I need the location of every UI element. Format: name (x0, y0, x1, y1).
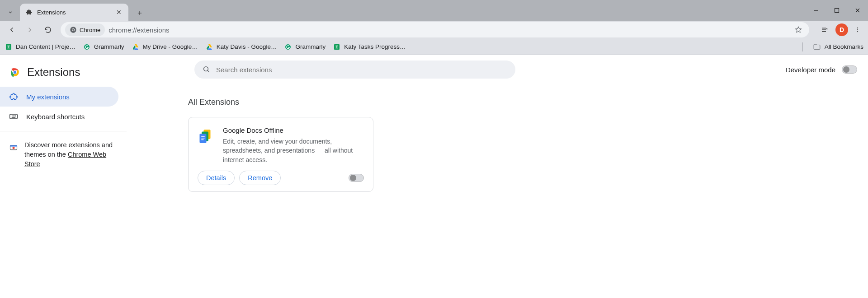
chevron-down-icon (7, 9, 14, 15)
reload-button[interactable] (40, 22, 56, 38)
extensions-page: Extensions My extensions Keyboard shortc… (0, 55, 868, 298)
grammarly-icon (83, 43, 91, 51)
search-extensions-box[interactable] (194, 61, 515, 79)
sidebar-item-label: My extensions (26, 93, 70, 101)
all-bookmarks-label: All Bookmarks (825, 43, 863, 50)
svg-point-5 (857, 29, 858, 30)
svg-point-4 (857, 28, 858, 28)
bookmark-item[interactable]: Katy Davis - Google… (205, 43, 277, 51)
keyboard-icon (9, 112, 18, 121)
bookmark-star-button[interactable] (792, 23, 805, 36)
address-bar[interactable]: Chrome chrome://extensions (61, 22, 809, 37)
bookmark-label: Grammarly (295, 43, 326, 50)
bookmark-item[interactable]: My Drive - Google… (132, 43, 198, 51)
folder-icon (813, 43, 821, 51)
close-window-button[interactable] (847, 0, 868, 21)
chrome-menu-button[interactable] (851, 23, 864, 37)
new-tab-button[interactable] (133, 6, 146, 20)
site-chip-label: Chrome (80, 27, 100, 33)
bookmark-item[interactable]: Grammarly (284, 43, 326, 51)
svg-point-6 (857, 31, 858, 32)
extension-description: Edit, create, and view your documents, s… (223, 137, 364, 164)
back-button[interactable] (4, 22, 20, 38)
section-title: All Extensions (188, 98, 857, 107)
arrow-left-icon (8, 26, 16, 34)
bookmarks-bar: Dan Content | Proje… Grammarly My Drive … (0, 39, 868, 55)
developer-mode-toggle[interactable] (842, 65, 857, 74)
details-button[interactable]: Details (198, 171, 235, 185)
chrome-web-store-promo: Discover more extensions and themes on t… (0, 136, 127, 173)
all-bookmarks-button[interactable]: All Bookmarks (813, 43, 863, 51)
extension-card: Google Docs Offline Edit, create, and vi… (188, 117, 373, 192)
drive-icon (205, 43, 213, 51)
forward-button[interactable] (22, 22, 38, 38)
extension-name: Google Docs Offline (223, 126, 364, 134)
tab-title: Extensions (37, 9, 110, 16)
bookmark-item[interactable]: Grammarly (83, 43, 124, 51)
maximize-button[interactable] (826, 0, 847, 21)
bookmark-item[interactable]: Katy Tasks Progress… (333, 43, 406, 51)
page-title: Extensions (27, 66, 80, 79)
chrome-web-store-icon (9, 142, 18, 151)
bookmark-item[interactable]: Dan Content | Proje… (5, 43, 75, 51)
arrow-right-icon (26, 26, 34, 34)
bookmark-label: Dan Content | Proje… (16, 43, 75, 50)
top-row: Developer mode (127, 61, 857, 79)
sidebar-item-my-extensions[interactable]: My extensions (0, 87, 118, 107)
plus-icon (137, 10, 143, 16)
search-icon (203, 65, 211, 74)
chrome-logo-icon (9, 66, 21, 78)
bookmark-label: Katy Davis - Google… (217, 43, 277, 50)
maximize-icon (834, 8, 840, 13)
main-content: Developer mode All Extensions Google Doc… (127, 55, 868, 298)
side-panel-icon (821, 26, 829, 34)
bookmark-label: Grammarly (94, 43, 124, 50)
minimize-icon (813, 8, 819, 13)
profile-avatar[interactable]: D (835, 23, 848, 36)
tab-close-button[interactable]: ✕ (115, 8, 123, 16)
developer-mode-row: Developer mode (786, 65, 857, 74)
sidebar-divider (0, 131, 127, 131)
search-input[interactable] (216, 66, 507, 74)
developer-mode-label: Developer mode (786, 66, 835, 74)
minimize-button[interactable] (806, 0, 826, 21)
browser-toolbar: Chrome chrome://extensions D (0, 21, 868, 39)
bookmark-label: Katy Tasks Progress… (344, 43, 406, 50)
sidebar-item-keyboard-shortcuts[interactable]: Keyboard shortcuts (0, 107, 118, 126)
site-chip[interactable]: Chrome (65, 23, 105, 36)
browser-titlebar: Extensions ✕ (0, 0, 868, 21)
kebab-icon (854, 26, 861, 34)
close-icon (855, 8, 860, 13)
sidebar-header: Extensions (0, 61, 127, 87)
remove-button[interactable]: Remove (239, 171, 281, 185)
extension-outline-icon (9, 92, 18, 101)
bookmark-label: My Drive - Google… (143, 43, 198, 50)
browser-tab[interactable]: Extensions ✕ (20, 4, 128, 21)
sheets-icon (333, 43, 341, 51)
svg-point-17 (204, 67, 208, 71)
grammarly-icon (284, 43, 292, 51)
side-panel-button[interactable] (816, 22, 833, 38)
google-docs-icon (198, 128, 214, 144)
extension-puzzle-icon (25, 9, 33, 16)
extension-enable-toggle[interactable] (349, 174, 364, 182)
sidebar: Extensions My extensions Keyboard shortc… (0, 55, 127, 298)
svg-point-3 (72, 29, 74, 31)
sheets-icon (5, 43, 13, 51)
chrome-favicon-icon (70, 26, 77, 33)
drive-icon (132, 43, 140, 51)
reload-icon (44, 26, 52, 34)
window-controls (806, 0, 868, 21)
tab-search-button[interactable] (4, 5, 17, 19)
svg-rect-0 (835, 9, 839, 13)
bookmarks-divider (802, 42, 803, 51)
url-text: chrome://extensions (108, 26, 788, 34)
svg-point-16 (13, 147, 15, 149)
star-icon (794, 26, 802, 34)
sidebar-item-label: Keyboard shortcuts (26, 113, 85, 121)
